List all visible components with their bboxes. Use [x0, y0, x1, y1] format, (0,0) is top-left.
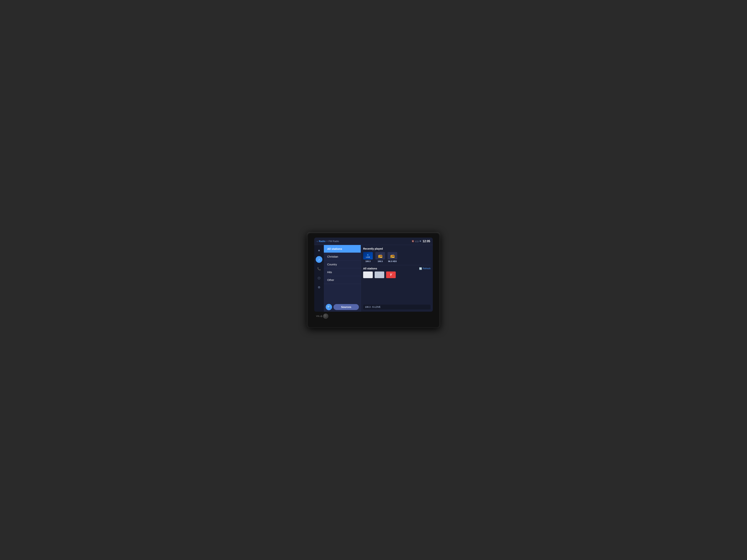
refresh-label: Refresh — [423, 267, 431, 270]
refresh-icon: 🔄 — [419, 267, 422, 270]
thumb-station-1[interactable] — [363, 271, 373, 278]
category-all-stations[interactable]: All stations — [324, 245, 361, 253]
now-playing-bar: 100.3 · K-LOVE — [363, 304, 431, 310]
clock-display: 12:05 — [422, 240, 430, 243]
infotainment-screen: ‹ Radio • FM Radio 🔇 ((·)) ✱ 12:05 ▲ ♪ 📞 — [314, 238, 433, 312]
station-freq-106: 106.5 — [378, 260, 383, 262]
breadcrumb-separator: • — [327, 240, 328, 243]
search-button[interactable]: 🔍 — [326, 304, 332, 310]
radio-icon-965: 📻 — [388, 252, 397, 260]
nav-navigation[interactable]: ▲ — [316, 247, 323, 254]
klove-logo: K LOVE — [363, 252, 373, 260]
station-card-965hd3[interactable]: 📻 96.5 HD3 — [388, 252, 397, 262]
category-other[interactable]: Other — [324, 276, 361, 284]
status-icons: 🔇 ((·)) ✱ — [412, 240, 421, 242]
bluetooth-icon: ✱ — [419, 240, 421, 242]
bottom-bar: 🔍 Sources — [324, 302, 361, 312]
header-left: ‹ Radio • FM Radio — [317, 240, 339, 243]
station-freq-96: 96.5 HD3 — [388, 260, 397, 262]
category-country[interactable]: Country — [324, 261, 361, 268]
radio-icon-1065: 📻 — [375, 252, 385, 260]
klove-k: K — [367, 254, 369, 256]
category-hits[interactable]: Hits — [324, 268, 361, 276]
thumb-station-3[interactable] — [386, 271, 396, 278]
now-playing-text: 100.3 · K-LOVE — [365, 306, 381, 308]
header-bar: ‹ Radio • FM Radio 🔇 ((·)) ✱ 12:05 — [314, 238, 433, 245]
nav-settings[interactable]: ⚙ — [316, 284, 323, 291]
category-christian[interactable]: Christian — [324, 253, 361, 261]
station-thumbnails — [363, 271, 431, 278]
signal-icon: ((·)) — [415, 240, 418, 242]
station-freq-100: 100.3 — [365, 260, 370, 262]
nav-car[interactable]: ⬡ — [316, 275, 323, 281]
vol-area: VOL ⏻ — [314, 314, 433, 319]
thumb-station-2[interactable] — [375, 271, 384, 278]
main-content: ▲ ♪ 📞 ⬡ ⚙ All stations Christian Country… — [314, 245, 433, 312]
klove-love: LOVE — [366, 256, 370, 258]
recently-played-title: Recently played — [363, 247, 431, 250]
side-nav: ▲ ♪ 📞 ⬡ ⚙ — [314, 245, 324, 312]
header-right: 🔇 ((·)) ✱ 12:05 — [412, 240, 430, 243]
back-button[interactable]: ‹ — [317, 240, 318, 243]
refresh-button[interactable]: 🔄 Refresh — [419, 267, 431, 270]
section-divider — [363, 265, 431, 265]
mute-icon: 🔇 — [412, 240, 414, 242]
nav-music[interactable]: ♪ — [316, 256, 323, 263]
nav-phone[interactable]: 📞 — [316, 265, 323, 272]
station-card-1065[interactable]: 📻 106.5 — [375, 252, 385, 262]
station-card-klove[interactable]: K LOVE 100.3 — [363, 252, 373, 262]
all-stations-title: All stations — [363, 267, 377, 270]
categories-panel: All stations Christian Country Hits Othe… — [324, 245, 361, 312]
all-stations-header: All stations 🔄 Refresh — [363, 267, 431, 270]
vol-knob[interactable] — [323, 314, 328, 319]
sources-button[interactable]: Sources — [334, 304, 359, 310]
vol-label: VOL ⏻ — [316, 315, 322, 317]
breadcrumb-fm: FM Radio — [329, 240, 339, 243]
breadcrumb-radio[interactable]: Radio — [319, 240, 326, 243]
car-surround: ‹ Radio • FM Radio 🔇 ((·)) ✱ 12:05 ▲ ♪ 📞 — [307, 232, 440, 328]
right-panel: Recently played K LOVE 100.3 📻 106.5 — [361, 245, 433, 312]
recently-played-list: K LOVE 100.3 📻 106.5 📻 96.5 HD3 — [363, 252, 431, 262]
